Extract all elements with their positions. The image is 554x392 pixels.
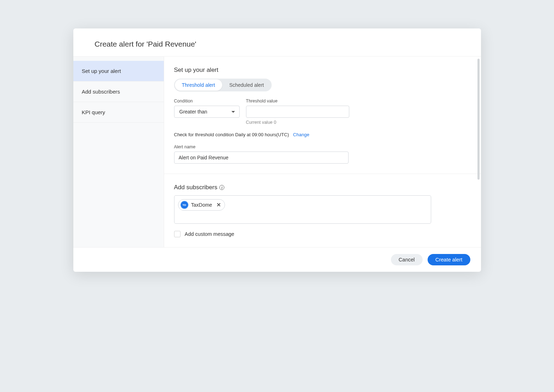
sidebar-item-label: Set up your alert [82,68,121,74]
sidebar-item-label: Add subscribers [82,89,120,95]
sidebar-item-subscribers[interactable]: Add subscribers [73,81,164,102]
modal-header: Create alert for 'Paid Revenue' [73,28,481,56]
cancel-button[interactable]: Cancel [391,254,423,265]
section-subscribers: Add subscribers i TD TaxDome ✕ Add custo… [164,174,481,247]
section-title-subscribers: Add subscribers [174,184,218,191]
condition-row: Condition Greater than Threshold value C… [174,99,470,125]
custom-message-row: Add custom message [174,231,470,237]
subscribers-input[interactable]: TD TaxDome ✕ [174,195,431,224]
subscriber-chip: TD TaxDome ✕ [178,199,225,211]
sidebar-item-setup[interactable]: Set up your alert [73,61,164,81]
change-link[interactable]: Change [293,132,309,137]
custom-message-checkbox[interactable] [174,231,181,237]
section-title-setup: Set up your alert [174,67,470,74]
sidebar-item-kpi-query[interactable]: KPI query [73,102,164,123]
custom-message-label: Add custom message [185,231,234,237]
alert-name-input[interactable] [174,152,349,164]
threshold-field: Threshold value Current value 0 [246,99,349,125]
sidebar-item-label: KPI query [82,109,105,115]
modal-footer: Cancel Create alert [73,248,481,272]
close-icon[interactable]: ✕ [216,202,221,208]
modal-body: Set up your alert Add subscribers KPI qu… [73,56,481,248]
scrollbar[interactable] [477,59,480,180]
section-setup: Set up your alert Threshold alert Schedu… [164,57,481,174]
create-alert-button[interactable]: Create alert [428,254,470,265]
threshold-label: Threshold value [246,99,349,104]
schedule-row: Check for threshold condition Daily at 0… [174,132,470,137]
subscribers-header: Add subscribers i [174,184,470,191]
create-alert-modal: Create alert for 'Paid Revenue' Set up y… [73,28,481,272]
info-icon[interactable]: i [219,185,224,190]
alert-type-toggle: Threshold alert Scheduled alert [174,79,272,91]
threshold-input[interactable] [246,106,349,118]
schedule-text: Check for threshold condition Daily at 0… [174,132,289,137]
toggle-threshold-alert[interactable]: Threshold alert [175,79,222,91]
alert-name-field: Alert name [174,144,470,164]
content: Set up your alert Threshold alert Schedu… [164,57,481,247]
condition-field: Condition Greater than [174,99,240,125]
modal-title: Create alert for 'Paid Revenue' [95,40,460,48]
chip-label: TaxDome [191,202,212,208]
avatar: TD [181,201,188,209]
sidebar: Set up your alert Add subscribers KPI qu… [73,57,164,247]
threshold-helper: Current value 0 [246,120,349,125]
condition-label: Condition [174,99,240,104]
toggle-scheduled-alert[interactable]: Scheduled alert [222,79,271,91]
condition-value: Greater than [179,109,208,115]
alert-name-label: Alert name [174,144,470,149]
condition-select[interactable]: Greater than [174,106,240,118]
